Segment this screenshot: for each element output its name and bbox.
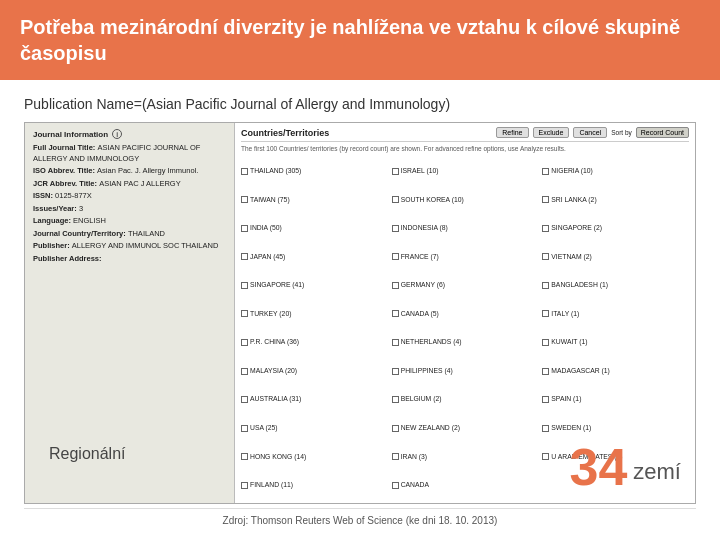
country-checkbox[interactable] <box>392 368 399 375</box>
list-item: SINGAPORE (2) <box>542 215 689 243</box>
country-checkbox[interactable] <box>392 339 399 346</box>
country-checkbox[interactable] <box>542 225 549 232</box>
list-item: TURKEY (20) <box>241 300 388 328</box>
refine-button[interactable]: Refine <box>496 127 528 138</box>
country-checkbox[interactable] <box>392 196 399 203</box>
list-item: ISRAEL (10) <box>392 157 539 185</box>
country-checkbox[interactable] <box>392 396 399 403</box>
list-item: SPAIN (1) <box>542 386 689 414</box>
list-item: AUSTRALIA (31) <box>241 386 388 414</box>
info-icon: i <box>112 129 122 139</box>
country-checkbox[interactable] <box>241 453 248 460</box>
main-content: Publication Name=(Asian Pacific Journal … <box>0 80 720 540</box>
country-checkbox[interactable] <box>241 225 248 232</box>
list-item: THAILAND (305) <box>241 157 388 185</box>
list-item: P.R. CHINA (36) <box>241 329 388 357</box>
country-checkbox[interactable] <box>241 339 248 346</box>
info-row-issues: Issues/Year: 3 <box>33 204 226 215</box>
journal-panel-title: Journal Information i <box>33 129 226 139</box>
info-row-publisher-addr: Publisher Address: <box>33 254 226 265</box>
list-item: ITALY (1) <box>542 300 689 328</box>
country-checkbox[interactable] <box>241 425 248 432</box>
list-item: SINGAPORE (41) <box>241 272 388 300</box>
list-item: SRI LANKA (2) <box>542 186 689 214</box>
country-checkbox[interactable] <box>542 168 549 175</box>
country-checkbox[interactable] <box>542 310 549 317</box>
info-row-publisher: Publisher: ALLERGY AND IMMUNOL SOC THAIL… <box>33 241 226 252</box>
sort-by-label: Sort by <box>611 129 632 136</box>
list-item: INDONESIA (8) <box>392 215 539 243</box>
list-item: NIGERIA (10) <box>542 157 689 185</box>
list-item: PHILIPPINES (4) <box>392 357 539 385</box>
country-checkbox[interactable] <box>241 196 248 203</box>
list-item: FINLAND (11) <box>241 471 388 499</box>
slide-container: Potřeba mezinárodní diverzity je nahlíže… <box>0 0 720 540</box>
country-checkbox[interactable] <box>542 396 549 403</box>
country-checkbox[interactable] <box>392 310 399 317</box>
countries-title: Countries/Territories <box>241 128 492 138</box>
exclude-button[interactable]: Exclude <box>533 127 570 138</box>
list-item: VIETNAM (2) <box>542 243 689 271</box>
list-item: KUWAIT (1) <box>542 329 689 357</box>
country-checkbox[interactable] <box>392 168 399 175</box>
list-item: MALAYSIA (20) <box>241 357 388 385</box>
list-item: MADAGASCAR (1) <box>542 357 689 385</box>
country-checkbox[interactable] <box>392 425 399 432</box>
country-checkbox[interactable] <box>542 196 549 203</box>
publication-label: Publication Name=(Asian Pacific Journal … <box>24 96 696 112</box>
info-row-jcr: JCR Abbrev. Title: ASIAN PAC J ALLERGY <box>33 179 226 190</box>
country-checkbox[interactable] <box>542 253 549 260</box>
list-item: USA (25) <box>241 414 388 442</box>
country-checkbox[interactable] <box>392 453 399 460</box>
country-checkbox[interactable] <box>241 368 248 375</box>
list-item: NETHERLANDS (4) <box>392 329 539 357</box>
list-item: FRANCE (7) <box>392 243 539 271</box>
countries-note: The first 100 Countries/ territories (by… <box>241 145 689 153</box>
list-item: HONG KONG (14) <box>241 443 388 471</box>
regional-label-area: Regionální <box>49 445 126 463</box>
list-item: TAIWAN (75) <box>241 186 388 214</box>
country-checkbox[interactable] <box>241 168 248 175</box>
country-checkbox[interactable] <box>241 282 248 289</box>
footer-citation: Zdroj: Thomson Reuters Web of Science (k… <box>24 508 696 530</box>
stat-overlay: 34 zemí <box>435 431 695 503</box>
country-checkbox[interactable] <box>241 310 248 317</box>
country-checkbox[interactable] <box>241 253 248 260</box>
info-row-language: Language: ENGLISH <box>33 216 226 227</box>
country-checkbox[interactable] <box>392 225 399 232</box>
info-row-issn: ISSN: 0125-877X <box>33 191 226 202</box>
stat-label: zemí <box>633 459 681 493</box>
cancel-button[interactable]: Cancel <box>573 127 607 138</box>
country-checkbox[interactable] <box>241 396 248 403</box>
list-item: BELGIUM (2) <box>392 386 539 414</box>
country-checkbox[interactable] <box>392 282 399 289</box>
screenshot-box: Journal Information i Full Journal Title… <box>24 122 696 504</box>
country-checkbox[interactable] <box>542 282 549 289</box>
stat-number: 34 <box>569 441 627 493</box>
country-checkbox[interactable] <box>542 339 549 346</box>
country-checkbox[interactable] <box>542 368 549 375</box>
info-row-country: Journal Country/Territory: THAILAND <box>33 229 226 240</box>
list-item: SOUTH KOREA (10) <box>392 186 539 214</box>
country-checkbox[interactable] <box>241 482 248 489</box>
country-checkbox[interactable] <box>392 253 399 260</box>
list-item: JAPAN (45) <box>241 243 388 271</box>
country-checkbox[interactable] <box>392 482 399 489</box>
header-bar: Potřeba mezinárodní diverzity je nahlíže… <box>0 0 720 80</box>
info-row-full-title: Full Journal Title: ASIAN PACIFIC JOURNA… <box>33 143 226 164</box>
list-item: BANGLADESH (1) <box>542 272 689 300</box>
regional-label: Regionální <box>49 445 126 462</box>
header-title: Potřeba mezinárodní diverzity je nahlíže… <box>20 14 700 66</box>
list-item: INDIA (50) <box>241 215 388 243</box>
list-item: GERMANY (6) <box>392 272 539 300</box>
info-row-iso: ISO Abbrev. Title: Asian Pac. J. Allergy… <box>33 166 226 177</box>
record-count-button[interactable]: Record Count <box>636 127 689 138</box>
list-item: CANADA (5) <box>392 300 539 328</box>
countries-toolbar: Countries/Territories Refine Exclude Can… <box>241 127 689 142</box>
